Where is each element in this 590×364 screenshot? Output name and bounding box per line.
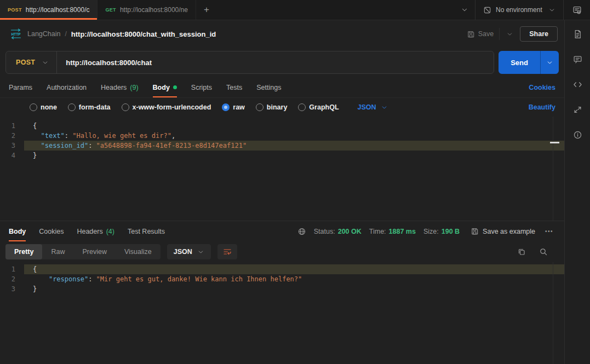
chevron-down-icon — [42, 59, 49, 66]
chevron-down-icon — [546, 59, 553, 66]
code-line: 2 "text": "Hallo, wie geht es dir?", — [0, 131, 564, 141]
code-line: 2 "response": "Mir geht es gut, danke! W… — [0, 274, 564, 284]
request-header: HTTP LangChain / http://localhost:8000/c… — [0, 20, 564, 48]
chevron-down-icon — [197, 249, 204, 256]
tab-tests[interactable]: Tests — [226, 77, 242, 97]
open-request-tab-post-chat[interactable]: POST http://localhost:8000/c — [0, 0, 98, 20]
postman-window: POST http://localhost:8000/c GET http://… — [0, 0, 590, 364]
request-tabs: Params Authorization Headers(9) Body Scr… — [0, 77, 564, 98]
response-tab-test-results[interactable]: Test Results — [128, 221, 165, 241]
response-toolbar: Pretty Raw Preview Visualize JSON — [0, 241, 564, 262]
status-badge: Status: 200 OK — [314, 228, 362, 235]
open-request-tab-get-new[interactable]: GET http://localhost:8000/ne — [98, 0, 196, 20]
headers-count-badge: (9) — [130, 84, 138, 91]
code-line-highlighted: 3 "session_id": "a5648898-fa94-41ef-8213… — [0, 141, 564, 151]
url-input[interactable]: http://localhost:8000/chat — [57, 59, 161, 67]
tab-method-label: GET — [105, 7, 116, 13]
view-preview[interactable]: Preview — [73, 244, 115, 259]
beautify-link[interactable]: Beautify — [529, 103, 555, 111]
response-meta: Status: 200 OK Time: 1887 ms Size: 190 B… — [297, 221, 555, 241]
response-tab-cookies[interactable]: Cookies — [39, 221, 64, 241]
share-button[interactable]: Share — [520, 26, 558, 42]
body-type-binary[interactable]: binary — [256, 103, 288, 111]
radio-icon — [298, 103, 306, 111]
chevron-down-icon — [381, 104, 388, 111]
chevron-down-icon — [548, 7, 555, 14]
url-bar: POST http://localhost:8000/chat — [5, 51, 494, 74]
code-icon — [573, 80, 582, 89]
response-language-selector[interactable]: JSON — [167, 244, 211, 259]
tab-body[interactable]: Body — [153, 77, 177, 97]
comments-button[interactable] — [573, 55, 582, 64]
view-raw[interactable]: Raw — [42, 244, 73, 259]
code-snippet-button[interactable] — [573, 80, 582, 89]
save-options-chevron-button[interactable] — [505, 31, 514, 38]
tab-params[interactable]: Params — [9, 77, 32, 97]
tab-list-chevron-button[interactable] — [454, 0, 475, 20]
editor-scrollbar[interactable] — [553, 117, 553, 221]
request-tab-bar: POST http://localhost:8000/c GET http://… — [0, 0, 590, 20]
response-tab-body[interactable]: Body — [9, 221, 26, 241]
response-more-options-button[interactable]: ••• — [543, 228, 555, 234]
tab-scripts[interactable]: Scripts — [191, 77, 212, 97]
http-request-icon: HTTP — [9, 28, 23, 39]
documentation-button[interactable] — [573, 30, 582, 39]
related-requests-icon — [573, 105, 582, 114]
info-icon — [573, 130, 582, 140]
body-type-graphql[interactable]: GraphQL — [298, 103, 339, 111]
code-line: 3 } — [0, 284, 564, 294]
request-title[interactable]: http://localhost:8000/chat_with_session_… — [71, 30, 216, 38]
search-icon[interactable] — [539, 247, 548, 256]
tab-authorization[interactable]: Authorization — [47, 77, 87, 97]
body-modified-dot — [173, 85, 177, 89]
response-tab-headers[interactable]: Headers(4) — [77, 221, 114, 241]
right-sidebar — [564, 20, 590, 364]
editor-scrollbar[interactable] — [553, 262, 553, 364]
breadcrumb-separator: / — [65, 30, 66, 38]
request-body-editor[interactable]: 1 { 2 "text": "Hallo, wie geht es dir?",… — [0, 117, 564, 221]
code-line: 4 } — [0, 151, 564, 160]
body-type-raw[interactable]: raw — [222, 103, 245, 111]
request-info-button[interactable] — [573, 130, 582, 140]
tab-settings[interactable]: Settings — [256, 77, 281, 97]
body-type-x-www-form-urlencoded[interactable]: x-www-form-urlencoded — [122, 103, 211, 111]
body-type-form-data[interactable]: form-data — [68, 103, 111, 111]
send-options-button[interactable] — [540, 51, 559, 74]
environment-selector[interactable]: No environment — [476, 0, 563, 20]
word-wrap-button[interactable] — [217, 244, 237, 259]
url-row: POST http://localhost:8000/chat Send — [0, 48, 564, 77]
copy-icon[interactable] — [517, 247, 526, 256]
cookies-link[interactable]: Cookies — [529, 77, 555, 97]
view-pretty[interactable]: Pretty — [5, 244, 42, 259]
response-header: Body Cookies Headers(4) Test Results Sta… — [0, 221, 564, 241]
body-type-bar: none form-data x-www-form-urlencoded raw… — [0, 98, 564, 117]
body-type-none[interactable]: none — [30, 103, 57, 111]
related-requests-button[interactable] — [573, 105, 582, 114]
save-button[interactable]: Save — [467, 30, 494, 38]
view-visualize[interactable]: Visualize — [116, 244, 161, 259]
no-environment-icon — [483, 6, 491, 14]
response-body-editor[interactable]: 1 { 2 "response": "Mir geht es gut, dank… — [0, 262, 564, 364]
time-badge: Time: 1887 ms — [369, 228, 416, 235]
radio-icon — [68, 103, 76, 111]
environment-quick-look-button[interactable] — [564, 0, 590, 20]
code-line: 1 { — [0, 121, 564, 131]
raw-language-selector[interactable]: JSON — [358, 103, 388, 111]
radio-selected-icon — [222, 103, 230, 111]
breadcrumb-collection[interactable]: LangChain — [27, 30, 60, 38]
save-as-example-button[interactable]: Save as example — [471, 227, 535, 235]
chevron-down-icon — [461, 6, 468, 14]
method-label: POST — [16, 59, 35, 66]
divider — [499, 28, 500, 40]
method-selector[interactable]: POST — [6, 51, 56, 73]
new-tab-button[interactable]: + — [196, 0, 217, 20]
scrollbar-highlight-marker — [550, 142, 559, 143]
send-button[interactable]: Send — [499, 51, 540, 74]
radio-icon — [122, 103, 129, 111]
response-view-switcher: Pretty Raw Preview Visualize — [5, 244, 161, 259]
documentation-icon — [573, 30, 582, 39]
network-globe-icon[interactable] — [297, 227, 306, 236]
tab-headers[interactable]: Headers(9) — [101, 77, 139, 97]
word-wrap-icon — [223, 247, 232, 256]
environment-label: No environment — [496, 6, 544, 14]
